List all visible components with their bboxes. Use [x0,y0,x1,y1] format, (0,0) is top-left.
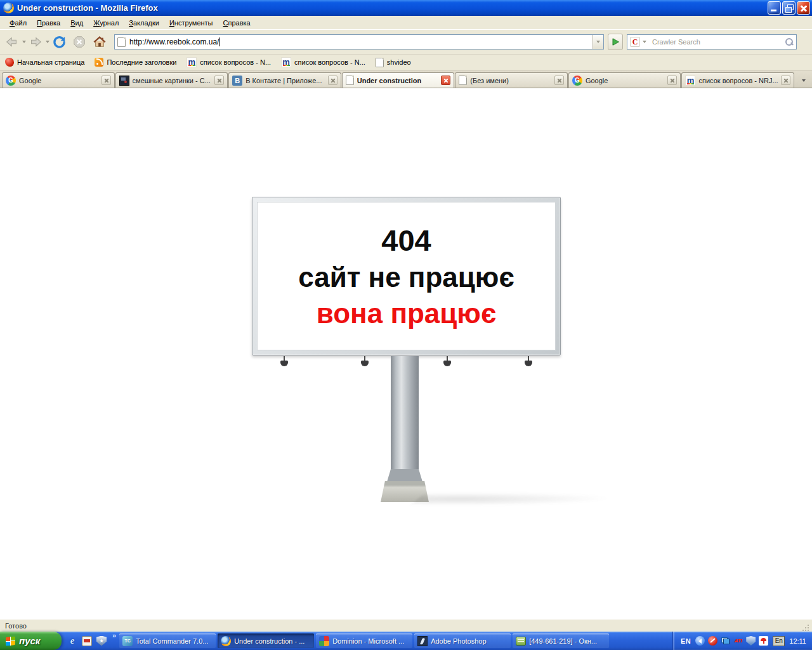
shield-quicklaunch-icon[interactable]: ★ [96,636,107,646]
billboard-shadow [410,493,615,505]
billboard-image: 404 сайт не працює вона працює [252,197,561,508]
start-label: пуск [19,635,40,646]
start-button[interactable]: пуск [0,632,62,650]
billboard-light [280,356,289,369]
restore-button[interactable] [782,1,796,15]
crawler-search-engine-icon[interactable]: C [630,37,640,47]
start-icon [5,58,14,67]
text-caret [219,37,220,46]
home-button[interactable] [91,33,108,51]
avira-tray-icon[interactable] [759,636,768,646]
chevron-down-icon [22,41,26,43]
network-tray-icon[interactable] [721,636,730,646]
tab-label: В Контакте | Приложе... [246,77,325,84]
tab-close-button[interactable] [328,76,337,85]
browser-tab[interactable]: смешные картинки - C... [115,72,228,88]
back-history-dropdown[interactable] [20,33,27,51]
tab-label: Google [586,77,665,84]
security-shield-tray-icon[interactable] [746,636,756,646]
taskbar-button[interactable]: Under construction - ... [218,633,314,648]
firefox-icon [221,636,231,646]
quick-launch: e★ [62,632,112,650]
totalcmd-icon: TC [122,636,133,646]
reload-button[interactable] [51,33,67,51]
mailru-icon: m [187,57,197,67]
menu-item-label-rest: айл [15,19,27,27]
tab-close-button[interactable] [667,76,677,85]
back-button[interactable] [4,33,20,51]
tab-bar: GGoogleсмешные картинки - C...ВВ Контакт… [0,70,812,88]
menu-item-label-rest: урнал [100,19,119,27]
hide-tray-icons-chevron[interactable] [695,636,705,646]
menu-item[interactable]: Закладки [124,17,164,29]
menu-item-label-rest: правка [228,19,250,27]
search-magnifier-icon[interactable] [785,37,794,46]
browser-tab[interactable]: (Без имени) [455,72,568,88]
menu-item[interactable]: Файл [4,17,32,29]
page-favicon [117,37,126,47]
bookmark-item[interactable]: Начальная страница [5,58,84,67]
tab-label: (Без имени) [470,77,551,84]
page-favicon [459,76,467,85]
taskbar-button[interactable]: Dominion - Microsoft ... [316,633,412,648]
forward-history-dropdown[interactable] [44,33,51,51]
system-tray: EN ATI En 12:11 [672,632,812,650]
resize-grip[interactable] [801,623,809,632]
close-icon [329,76,337,84]
forward-button[interactable] [27,33,44,51]
browser-tab[interactable]: GGoogle [568,72,681,88]
taskbar-button[interactable]: TCTotal Commander 7.0... [119,633,216,648]
menu-item-label: П [37,19,42,27]
window-titlebar: Under construction - Mozilla Firefox [0,0,812,16]
tab-list-dropdown[interactable] [797,74,810,88]
disk-quicklaunch-icon[interactable] [82,636,92,646]
tray-icons: ATI [695,636,768,646]
ati-tray-icon[interactable]: ATI [733,636,743,646]
menu-item[interactable]: Инструменты [164,17,218,29]
url-history-dropdown[interactable] [593,35,603,49]
menu-item[interactable]: Справка [218,17,256,29]
browser-tab[interactable]: Under construction [342,72,455,88]
menu-item[interactable]: Правка [32,17,65,29]
search-bar[interactable]: C Crawler Search [627,34,797,50]
google-favicon: G [6,76,16,86]
billboard-line3-text: вона працює [317,300,496,328]
billboard-line2-text: сайт не працює [298,263,514,291]
tab-close-button[interactable] [781,76,790,85]
tab-close-button[interactable] [102,76,111,85]
search-input[interactable]: Crawler Search [652,38,785,46]
tab-close-button[interactable] [214,76,224,85]
close-button[interactable] [797,1,810,15]
webmoney-tray-icon[interactable] [708,636,717,646]
internet-quicklaunch-icon[interactable]: e [67,636,77,646]
mailru-icon: m [281,57,291,67]
browser-tab[interactable]: ВВ Контакте | Приложе... [228,72,341,88]
firefox-app-icon [3,3,14,13]
go-button[interactable] [608,34,623,50]
search-engine-dropdown[interactable] [640,36,648,48]
menu-item[interactable]: Журнал [88,17,124,29]
chevron-down-icon [643,41,646,43]
minimize-button[interactable] [768,1,781,15]
taskbar-button[interactable]: [449-661-219] - Окн... [513,633,609,648]
menu-item[interactable]: Вид [65,17,88,29]
tab-label: смешные картинки - C... [133,77,212,84]
stop-button[interactable] [71,33,88,51]
language-indicator[interactable]: EN [681,637,691,645]
address-bar[interactable]: http://www.reebok.com.ua/ [114,34,604,50]
taskbar-button-label: Total Commander 7.0... [136,637,208,645]
window-controls [768,1,810,15]
bookmark-item[interactable]: Последние заголовки [95,58,176,67]
bookmark-item[interactable]: mсписок вопросов - N... [187,57,271,67]
tab-close-button[interactable] [441,76,450,85]
quick-launch-overflow-chevron[interactable]: » [112,632,115,650]
bookmark-item[interactable]: shvideo [376,58,411,67]
bookmark-item[interactable]: mсписок вопросов - N... [281,57,365,67]
url-input[interactable]: http://www.reebok.com.ua/ [129,37,219,46]
billboard-light [524,356,533,369]
keyboard-layout-box[interactable]: En [773,636,785,646]
browser-tab[interactable]: mсписок вопросов - NRJ... [681,72,794,88]
tab-close-button[interactable] [554,76,564,85]
browser-tab[interactable]: GGoogle [2,72,115,88]
taskbar-button[interactable]: Adobe Photoshop [414,633,511,648]
